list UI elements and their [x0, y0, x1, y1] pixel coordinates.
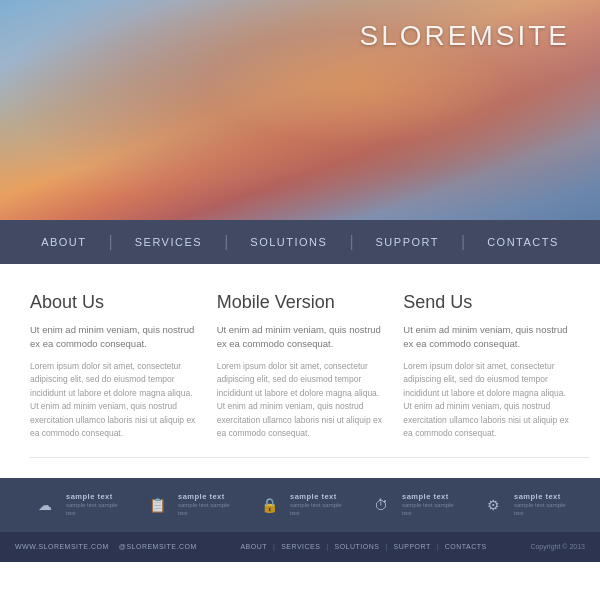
bottom-nav-support[interactable]: SUPPORT	[388, 543, 437, 550]
column-about: About Us Ut enim ad minim veniam, quis n…	[30, 292, 197, 441]
footer-icon-lock: 🔒 sample text sample text sample text	[255, 492, 345, 518]
hero-section: SLOREMSITE	[0, 0, 600, 220]
bottom-copyright: Copyright © 2013	[530, 543, 585, 550]
site-title: SLOREMSITE	[360, 20, 570, 52]
col-about-heading: About Us	[30, 292, 197, 313]
col-mobile-lead: Ut enim ad minim veniam, quis nostrud ex…	[217, 323, 384, 352]
nav-item-solutions[interactable]: SOLUTIONS	[228, 236, 349, 248]
footer-icon-clock-sub: sample text sample text	[402, 501, 457, 518]
col-about-lead: Ut enim ad minim veniam, quis nostrud ex…	[30, 323, 197, 352]
bottom-nav-solutions[interactable]: SOLUTIONS	[328, 543, 385, 550]
nav-item-support[interactable]: SUPPORT	[354, 236, 461, 248]
col-mobile-body: Lorem ipsum dolor sit amet, consectetur …	[217, 360, 384, 442]
col-about-body: Lorem ipsum dolor sit amet, consectetur …	[30, 360, 197, 442]
footer-icons-section: ☁ sample text sample text sample text 📋 …	[0, 478, 600, 532]
gear-icon: ⚙	[479, 494, 507, 516]
footer-icon-doc-sub: sample text sample text	[178, 501, 233, 518]
nav-item-contacts[interactable]: CONTACTS	[465, 236, 581, 248]
column-mobile: Mobile Version Ut enim ad minim veniam, …	[217, 292, 384, 441]
content-grid: About Us Ut enim ad minim veniam, quis n…	[30, 292, 570, 441]
footer-icon-lock-sub: sample text sample text	[290, 501, 345, 518]
col-sendus-body: Lorem ipsum dolor sit amet, consectetur …	[403, 360, 570, 442]
main-nav: ABOUT | SERVICES | SOLUTIONS | SUPPORT |…	[0, 220, 600, 264]
footer-icon-lock-label: sample text	[290, 492, 345, 501]
col-mobile-heading: Mobile Version	[217, 292, 384, 313]
bottom-nav-services[interactable]: SERVICES	[275, 543, 326, 550]
footer-icon-cloud: ☁ sample text sample text sample text	[31, 492, 121, 518]
footer-icon-gear-sub: sample text sample text	[514, 501, 569, 518]
footer-icon-doc-label: sample text	[178, 492, 233, 501]
footer-icon-clock-label: sample text	[402, 492, 457, 501]
col-sendus-lead: Ut enim ad minim veniam, quis nostrud ex…	[403, 323, 570, 352]
document-icon: 📋	[143, 494, 171, 516]
bottom-url-social: @SLOREMSITE.COM	[119, 543, 197, 550]
column-sendus: Send Us Ut enim ad minim veniam, quis no…	[403, 292, 570, 441]
bottom-nav: ABOUT | SERVICES | SOLUTIONS | SUPPORT |…	[234, 542, 492, 551]
content-section: About Us Ut enim ad minim veniam, quis n…	[0, 264, 600, 478]
lock-icon: 🔒	[255, 494, 283, 516]
bottom-urls: WWW.SLOREMSITE.COM @SLOREMSITE.COM	[15, 543, 197, 550]
footer-icon-clock: ⏱ sample text sample text sample text	[367, 492, 457, 518]
clock-icon: ⏱	[367, 494, 395, 516]
content-divider	[30, 457, 590, 458]
footer-icon-gear: ⚙ sample text sample text sample text	[479, 492, 569, 518]
footer-icon-cloud-sub: sample text sample text	[66, 501, 121, 518]
cloud-icon: ☁	[31, 494, 59, 516]
col-sendus-heading: Send Us	[403, 292, 570, 313]
footer-icon-gear-label: sample text	[514, 492, 569, 501]
nav-item-services[interactable]: SERVICES	[113, 236, 224, 248]
bottom-bar: WWW.SLOREMSITE.COM @SLOREMSITE.COM ABOUT…	[0, 532, 600, 562]
footer-icon-doc: 📋 sample text sample text sample text	[143, 492, 233, 518]
bottom-url-main: WWW.SLOREMSITE.COM	[15, 543, 109, 550]
bottom-nav-about[interactable]: ABOUT	[234, 543, 273, 550]
nav-item-about[interactable]: ABOUT	[19, 236, 108, 248]
bottom-nav-contacts[interactable]: CONTACTS	[439, 543, 493, 550]
footer-icon-cloud-label: sample text	[66, 492, 121, 501]
